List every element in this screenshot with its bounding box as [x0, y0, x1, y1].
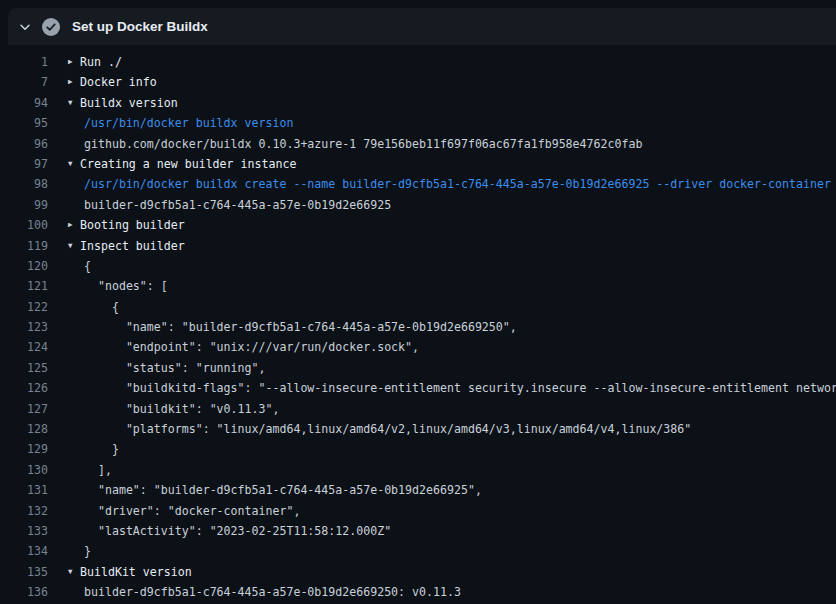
log-group-header[interactable]: 94▼Buildx version: [0, 93, 836, 113]
log-line: 98/usr/bin/docker buildx create --name b…: [0, 174, 836, 194]
line-number[interactable]: 98: [0, 174, 48, 194]
line-number[interactable]: 123: [0, 317, 48, 337]
step-title: Set up Docker Buildx: [72, 19, 208, 34]
line-number[interactable]: 129: [0, 439, 48, 459]
line-number[interactable]: 96: [0, 134, 48, 154]
log-text: "nodes": [: [48, 276, 168, 296]
log-line: 129 }: [0, 439, 836, 459]
log-text: "buildkit": "v0.11.3",: [48, 399, 279, 419]
log-group-header[interactable]: 119▼Inspect builder: [0, 236, 836, 256]
line-number[interactable]: 100: [0, 215, 48, 235]
log-text: "name": "builder-d9cfb5a1-c764-445a-a57e…: [48, 317, 517, 337]
log-text: }: [48, 439, 119, 459]
log-line: 126 "buildkitd-flags": "--allow-insecure…: [0, 378, 836, 398]
log-text: "buildkitd-flags": "--allow-insecure-ent…: [48, 378, 836, 398]
log-text: {: [48, 297, 119, 317]
log-text: "platforms": "linux/amd64,linux/amd64/v2…: [48, 419, 691, 439]
actions-log-viewer: Set up Docker Buildx 1▶Run ./7▶Docker in…: [0, 0, 836, 604]
log-line: 127 "buildkit": "v0.11.3",: [0, 399, 836, 419]
triangle-collapsed-icon[interactable]: ▶: [68, 72, 80, 92]
line-number[interactable]: 1: [0, 52, 48, 72]
log-line: 131 "name": "builder-d9cfb5a1-c764-445a-…: [0, 480, 836, 500]
line-number[interactable]: 133: [0, 521, 48, 541]
log-group-header[interactable]: 135▼BuildKit version: [0, 562, 836, 582]
log-line: 124 "endpoint": "unix:///var/run/docker.…: [0, 337, 836, 357]
log-text: builder-d9cfb5a1-c764-445a-a57e-0b19d2e6…: [48, 582, 461, 602]
log-text: ],: [48, 460, 112, 480]
log-text: "lastActivity": "2023-02-25T11:58:12.000…: [48, 521, 391, 541]
check-circle-icon: [42, 18, 60, 36]
line-number[interactable]: 97: [0, 154, 48, 174]
line-number[interactable]: 131: [0, 480, 48, 500]
log-line: 95/usr/bin/docker buildx version: [0, 113, 836, 133]
line-number[interactable]: 7: [0, 72, 48, 92]
triangle-expanded-icon[interactable]: ▼: [68, 562, 80, 582]
line-number[interactable]: 135: [0, 562, 48, 582]
log-line: 121 "nodes": [: [0, 276, 836, 296]
group-title[interactable]: Docker info: [80, 72, 157, 92]
log-line: 134}: [0, 541, 836, 561]
triangle-expanded-icon[interactable]: ▼: [68, 154, 80, 174]
triangle-expanded-icon[interactable]: ▼: [68, 236, 80, 256]
line-number[interactable]: 95: [0, 113, 48, 133]
group-title[interactable]: Run ./: [80, 52, 122, 72]
log-line: 99builder-d9cfb5a1-c764-445a-a57e-0b19d2…: [0, 195, 836, 215]
command-text: /usr/bin/docker buildx create --name bui…: [48, 174, 831, 194]
log-group-header[interactable]: 7▶Docker info: [0, 72, 836, 92]
line-number[interactable]: 120: [0, 256, 48, 276]
line-number[interactable]: 134: [0, 541, 48, 561]
log-text: {: [48, 256, 91, 276]
log-line: 128 "platforms": "linux/amd64,linux/amd6…: [0, 419, 836, 439]
log-group-header[interactable]: 100▶Booting builder: [0, 215, 836, 235]
line-number[interactable]: 124: [0, 337, 48, 357]
log-line: 96github.com/docker/buildx 0.10.3+azure-…: [0, 134, 836, 154]
line-number[interactable]: 130: [0, 460, 48, 480]
chevron-down-icon[interactable]: [14, 20, 36, 34]
log-text: "driver": "docker-container",: [48, 501, 300, 521]
command-text: /usr/bin/docker buildx version: [48, 113, 293, 133]
line-number[interactable]: 126: [0, 378, 48, 398]
step-header[interactable]: Set up Docker Buildx: [8, 8, 836, 45]
log-line: 120{: [0, 256, 836, 276]
log-text: github.com/docker/buildx 0.10.3+azure-1 …: [48, 134, 642, 154]
line-number[interactable]: 132: [0, 501, 48, 521]
log-text: "endpoint": "unix:///var/run/docker.sock…: [48, 337, 419, 357]
log-text: "name": "builder-d9cfb5a1-c764-445a-a57e…: [48, 480, 482, 500]
group-title[interactable]: Inspect builder: [80, 236, 185, 256]
log-line: 125 "status": "running",: [0, 358, 836, 378]
line-number[interactable]: 99: [0, 195, 48, 215]
triangle-collapsed-icon[interactable]: ▶: [68, 52, 80, 72]
group-title[interactable]: Buildx version: [80, 93, 178, 113]
log-text: builder-d9cfb5a1-c764-445a-a57e-0b19d2e6…: [48, 195, 391, 215]
line-number[interactable]: 121: [0, 276, 48, 296]
log-text: "status": "running",: [48, 358, 265, 378]
log-line: 123 "name": "builder-d9cfb5a1-c764-445a-…: [0, 317, 836, 337]
line-number[interactable]: 136: [0, 582, 48, 602]
line-number[interactable]: 125: [0, 358, 48, 378]
log-group-header[interactable]: 1▶Run ./: [0, 52, 836, 72]
line-number[interactable]: 119: [0, 236, 48, 256]
log-line: 130 ],: [0, 460, 836, 480]
log-line: 136builder-d9cfb5a1-c764-445a-a57e-0b19d…: [0, 582, 836, 602]
log-line: 132 "driver": "docker-container",: [0, 501, 836, 521]
group-title[interactable]: Creating a new builder instance: [80, 154, 296, 174]
log-line: 133 "lastActivity": "2023-02-25T11:58:12…: [0, 521, 836, 541]
line-number[interactable]: 122: [0, 297, 48, 317]
line-number[interactable]: 128: [0, 419, 48, 439]
log-line: 122 {: [0, 297, 836, 317]
triangle-collapsed-icon[interactable]: ▶: [68, 215, 80, 235]
line-number[interactable]: 127: [0, 399, 48, 419]
log-lines: 1▶Run ./7▶Docker info94▼Buildx version95…: [0, 45, 836, 603]
line-number[interactable]: 94: [0, 93, 48, 113]
group-title[interactable]: BuildKit version: [80, 562, 192, 582]
log-text: }: [48, 541, 91, 561]
log-group-header[interactable]: 97▼Creating a new builder instance: [0, 154, 836, 174]
group-title[interactable]: Booting builder: [80, 215, 185, 235]
triangle-expanded-icon[interactable]: ▼: [68, 93, 80, 113]
